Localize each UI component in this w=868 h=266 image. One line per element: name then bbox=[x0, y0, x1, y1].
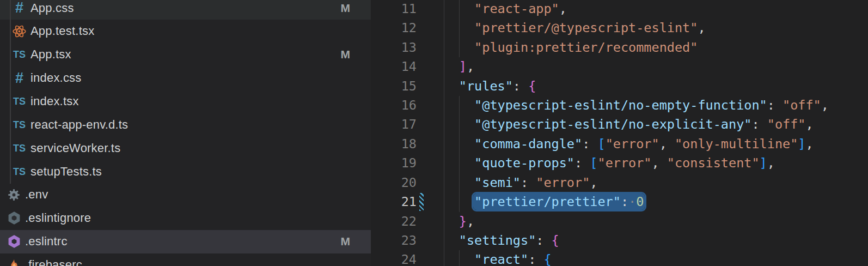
line-number[interactable]: 16 bbox=[371, 96, 417, 115]
token-b3: ] bbox=[798, 136, 805, 152]
file-row[interactable]: TSApp.tsxM bbox=[0, 43, 371, 66]
token-pct: , bbox=[805, 117, 813, 132]
firebase-icon bbox=[7, 257, 21, 266]
line-number[interactable]: 11 bbox=[371, 0, 417, 19]
file-row[interactable]: .firebaserc bbox=[0, 253, 371, 266]
token-ws bbox=[444, 194, 475, 209]
file-explorer[interactable]: #App.cssMApp.test.tsxTSApp.tsxM#index.cs… bbox=[0, 0, 371, 266]
line-number[interactable]: 15 bbox=[371, 77, 417, 96]
line-number[interactable]: 19 bbox=[371, 154, 417, 173]
code-line[interactable]: 24 "react": { bbox=[371, 250, 868, 266]
ts-icon: TS bbox=[12, 47, 27, 62]
gutter-modified-indicator[interactable] bbox=[419, 193, 424, 211]
git-status-badge: M bbox=[341, 235, 351, 248]
token-ws bbox=[444, 233, 459, 248]
file-row[interactable]: TSserviceWorker.ts bbox=[0, 136, 371, 160]
line-number[interactable]: 13 bbox=[371, 38, 417, 57]
code-text: "comma-dangle": ["error", "only-multilin… bbox=[444, 135, 814, 154]
token-b2: ] bbox=[459, 59, 467, 74]
gear-icon bbox=[7, 188, 21, 202]
line-number[interactable]: 22 bbox=[371, 212, 417, 231]
token-pct: : bbox=[528, 252, 543, 266]
token-pct: , bbox=[467, 214, 474, 229]
code-text: "prettier/@typescript-eslint", bbox=[444, 19, 706, 38]
token-num: 0 bbox=[636, 194, 644, 209]
token-str: "error" bbox=[597, 155, 651, 171]
code-line[interactable]: 15 "rules": { bbox=[371, 77, 868, 96]
code-line[interactable]: 19 "quote-props": ["error", "consistent"… bbox=[371, 154, 868, 173]
file-name: react-app-env.d.ts bbox=[30, 118, 128, 132]
token-str: "off" bbox=[783, 98, 821, 113]
file-row[interactable]: #index.css bbox=[0, 66, 371, 90]
file-row[interactable]: TSsetupTests.ts bbox=[0, 160, 371, 183]
code-line[interactable]: 23 "settings": { bbox=[371, 231, 868, 250]
file-name: .eslintignore bbox=[25, 211, 91, 225]
code-text: "react": { bbox=[444, 250, 552, 266]
file-row[interactable]: .eslintrcM bbox=[0, 230, 371, 253]
file-row[interactable]: .env bbox=[0, 183, 371, 207]
line-number[interactable]: 23 bbox=[371, 231, 417, 250]
line-number[interactable]: 12 bbox=[371, 19, 417, 38]
token-key: "semi" bbox=[474, 175, 521, 190]
token-pct: , bbox=[698, 20, 705, 35]
code-text: "semi": "error", bbox=[444, 173, 598, 192]
token-b3: [ bbox=[590, 155, 597, 171]
code-text: "react-app", bbox=[444, 0, 567, 19]
code-line[interactable]: 14 ], bbox=[371, 57, 868, 76]
line-number[interactable]: 20 bbox=[371, 173, 417, 192]
line-number[interactable]: 14 bbox=[371, 57, 417, 76]
code-text: ], bbox=[444, 57, 475, 76]
react-icon bbox=[12, 24, 27, 39]
file-row[interactable]: TSindex.tsx bbox=[0, 89, 371, 113]
file-row[interactable]: #App.cssM bbox=[0, 0, 371, 20]
token-ws bbox=[444, 117, 475, 132]
code-line[interactable]: 21 "prettier/prettier":·0 bbox=[371, 192, 868, 211]
token-b3: [ bbox=[597, 136, 605, 152]
file-row[interactable]: App.test.tsx bbox=[0, 20, 371, 43]
code-line[interactable]: 22 }, bbox=[371, 212, 868, 231]
token-ws bbox=[444, 59, 459, 74]
token-pct: , bbox=[467, 59, 474, 74]
code-line[interactable]: 13 "plugin:prettier/recommended" bbox=[371, 38, 868, 57]
token-pct: : bbox=[574, 155, 590, 171]
file-row[interactable]: TSreact-app-env.d.ts bbox=[0, 113, 371, 136]
code-line[interactable]: 11 "react-app", bbox=[371, 0, 868, 19]
code-text: "quote-props": ["error", "consistent"], bbox=[444, 154, 775, 173]
token-b2: { bbox=[528, 78, 536, 94]
token-key: "quote-props" bbox=[474, 155, 574, 171]
token-b3: ] bbox=[760, 155, 767, 171]
token-pct: , bbox=[767, 155, 775, 171]
token-str: "error" bbox=[536, 175, 590, 190]
tree-indent-guide bbox=[10, 0, 11, 184]
line-number[interactable]: 21 bbox=[371, 192, 417, 211]
file-name: .env bbox=[25, 188, 48, 202]
token-pct: : bbox=[621, 194, 628, 209]
token-ws bbox=[444, 40, 475, 55]
code-editor[interactable]: 11 "react-app",12 "prettier/@typescript-… bbox=[371, 0, 868, 266]
code-line[interactable]: 18 "comma-dangle": ["error", "only-multi… bbox=[371, 135, 868, 154]
file-name: setupTests.ts bbox=[30, 165, 102, 179]
file-name: .eslintrc bbox=[25, 234, 68, 249]
ts-icon: TS bbox=[12, 117, 27, 132]
token-pct: : bbox=[536, 233, 551, 248]
vscode-window: #App.cssMApp.test.tsxTSApp.tsxM#index.cs… bbox=[0, 0, 868, 266]
code-line[interactable]: 17 "@typescript-eslint/no-explicit-any":… bbox=[371, 115, 868, 134]
line-number[interactable]: 18 bbox=[371, 135, 417, 154]
code-line[interactable]: 16 "@typescript-eslint/no-empty-function… bbox=[371, 96, 868, 115]
token-pct: : bbox=[767, 98, 783, 113]
token-pct: , bbox=[659, 136, 675, 152]
token-pct: : bbox=[751, 117, 767, 132]
file-name: index.tsx bbox=[30, 94, 79, 108]
token-pct: : bbox=[513, 78, 528, 94]
token-str: "plugin:prettier/recommended" bbox=[474, 40, 698, 55]
file-row[interactable]: .eslintignore bbox=[0, 207, 371, 230]
line-number[interactable]: 17 bbox=[371, 115, 417, 134]
file-name: App.css bbox=[30, 1, 74, 15]
line-number[interactable]: 24 bbox=[371, 250, 417, 266]
token-key: "prettier/prettier" bbox=[474, 194, 621, 209]
css-icon: # bbox=[12, 1, 27, 15]
code-line[interactable]: 12 "prettier/@typescript-eslint", bbox=[371, 19, 868, 38]
code-text: "@typescript-eslint/no-explicit-any": "o… bbox=[444, 115, 814, 134]
git-status-badge: M bbox=[341, 48, 351, 61]
code-line[interactable]: 20 "semi": "error", bbox=[371, 173, 868, 192]
